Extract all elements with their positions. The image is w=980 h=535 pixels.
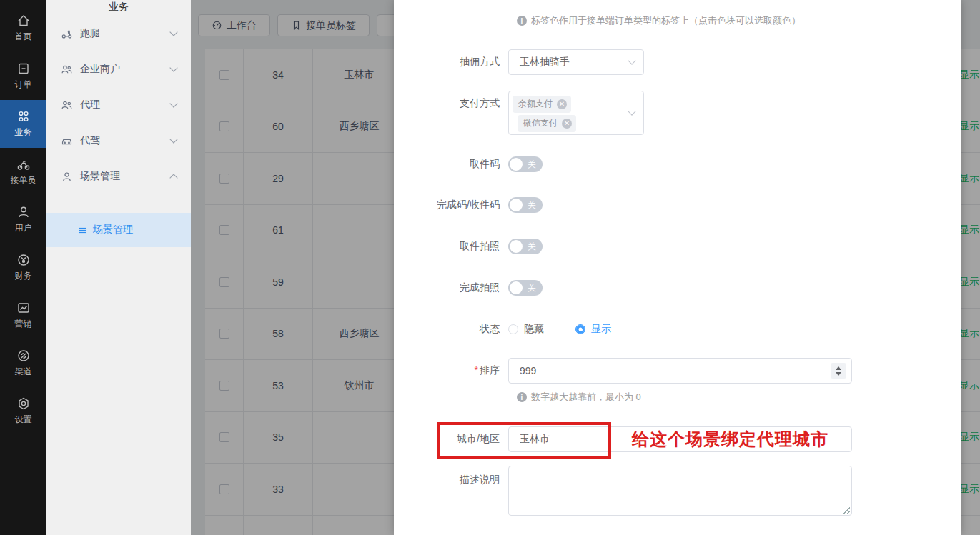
chevron-down-icon	[169, 64, 177, 71]
menu-item-merchants[interactable]: 企业商户	[46, 51, 191, 87]
grid-icon	[16, 109, 31, 124]
menu-item-scene-management[interactable]: 场景管理	[46, 159, 191, 194]
people-icon	[61, 99, 73, 111]
sidebar-item-settings[interactable]: 设置	[0, 387, 46, 435]
sidebar-item-label: 首页	[15, 31, 32, 43]
payment-multiselect[interactable]: 余额支付 ✕ 微信支付 ✕	[508, 91, 644, 135]
field-status: 状态 隐藏 显示	[394, 323, 643, 336]
user-icon	[16, 205, 31, 219]
chevron-down-icon	[169, 135, 177, 143]
scooter-icon	[61, 28, 73, 40]
number-stepper[interactable]	[831, 363, 846, 379]
required-asterisk: *	[475, 364, 478, 376]
radio-label: 显示	[591, 323, 611, 336]
sort-hint: i 数字越大越靠前，最小为 0	[517, 391, 641, 404]
pickup-code-toggle[interactable]: 关	[508, 156, 543, 172]
sidebar-item-label: 设置	[15, 414, 32, 426]
radio-icon	[508, 324, 518, 334]
channel-icon	[16, 349, 31, 363]
radio-label: 隐藏	[524, 323, 544, 336]
field-label: 完成拍照	[394, 281, 508, 294]
info-icon: i	[517, 16, 527, 26]
resize-handle-icon[interactable]	[841, 505, 850, 514]
field-payment: 支付方式 余额支付 ✕ 微信支付 ✕	[394, 91, 644, 135]
menu-item-errand[interactable]: 跑腿	[46, 16, 191, 51]
menu-item-driving[interactable]: 代驾	[46, 123, 191, 159]
sidebar-item-label: 财务	[15, 270, 32, 282]
sidebar-item-label: 订单	[15, 79, 32, 91]
rider-icon	[16, 157, 31, 171]
sort-input[interactable]	[508, 358, 852, 384]
app-root: 首页 订单 业务 接单员 用户 财务 营销 渠道	[0, 0, 980, 535]
order-icon	[16, 61, 31, 76]
field-label: 抽佣方式	[394, 56, 508, 69]
submenu-item-scene-management[interactable]: 场景管理	[46, 213, 191, 247]
sidebar-item-users[interactable]: 用户	[0, 196, 46, 244]
tag-close-icon[interactable]: ✕	[562, 119, 572, 129]
chevron-down-icon	[169, 99, 177, 107]
tag-close-icon[interactable]: ✕	[557, 99, 567, 109]
field-label: 取件码	[394, 158, 508, 171]
field-pickup-photo: 取件拍照 关	[394, 239, 543, 254]
sidebar-item-home[interactable]: 首页	[0, 4, 46, 52]
step-down-icon[interactable]	[836, 372, 841, 376]
field-commission: 抽佣方式 玉林抽骑手	[394, 49, 644, 75]
toggle-state-label: 关	[528, 282, 536, 294]
menu-item-label: 代驾	[80, 134, 100, 147]
sidebar-item-finance[interactable]: 财务	[0, 244, 46, 291]
city-input[interactable]	[508, 426, 852, 452]
field-label: 城市/地区	[394, 433, 508, 446]
list-icon	[77, 225, 88, 236]
toggle-knob	[510, 158, 523, 171]
sidebar-item-orders[interactable]: 订单	[0, 52, 46, 100]
sidebar-item-label: 渠道	[15, 366, 32, 378]
hint-text: 标签色作用于接单端订单类型的标签上（点击色块可以选取颜色）	[531, 14, 801, 27]
toggle-state-label: 关	[528, 159, 536, 170]
toggle-state-label: 关	[528, 199, 536, 211]
radio-icon	[575, 324, 585, 334]
sidebar-item-marketing[interactable]: 营销	[0, 291, 46, 339]
toggle-knob	[510, 281, 523, 294]
sidebar-item-couriers[interactable]: 接单员	[0, 148, 46, 196]
field-city: 城市/地区	[394, 426, 852, 452]
menu-item-label: 代理	[80, 99, 100, 111]
pickup-photo-toggle[interactable]: 关	[508, 239, 543, 254]
selected-value: 玉林抽骑手	[520, 56, 570, 69]
submenu-item-label: 场景管理	[93, 224, 133, 236]
sidebar-item-business[interactable]: 业务	[0, 100, 46, 148]
sidebar-item-channels[interactable]: 渠道	[0, 339, 46, 387]
radio-hide[interactable]: 隐藏	[508, 323, 544, 336]
home-icon	[16, 14, 31, 28]
field-label: 状态	[394, 323, 508, 336]
field-sort: *排序	[394, 358, 852, 384]
chevron-down-icon	[628, 107, 635, 115]
marketing-icon	[16, 301, 31, 315]
complete-code-toggle[interactable]: 关	[508, 197, 543, 213]
description-textarea[interactable]	[508, 466, 852, 516]
finance-icon	[16, 253, 31, 267]
field-description: 描述说明	[394, 466, 852, 516]
commission-select[interactable]: 玉林抽骑手	[508, 49, 644, 75]
field-pickup-code: 取件码 关	[394, 156, 543, 172]
menu-item-label: 企业商户	[80, 63, 120, 76]
chevron-up-icon	[169, 174, 177, 181]
menu-item-agents[interactable]: 代理	[46, 87, 191, 123]
chevron-down-icon	[169, 28, 177, 36]
toggle-knob	[510, 199, 523, 211]
toggle-state-label: 关	[528, 241, 536, 252]
step-up-icon[interactable]	[836, 366, 841, 370]
field-label: 描述说明	[394, 466, 508, 486]
payment-tag: 微信支付 ✕	[518, 115, 576, 132]
field-label: *排序	[394, 364, 508, 377]
tag-label: 微信支付	[523, 117, 558, 129]
radio-show[interactable]: 显示	[575, 323, 611, 336]
toggle-knob	[510, 240, 523, 253]
field-complete-code: 完成码/收件码 关	[394, 197, 543, 213]
tag-label: 余额支付	[518, 98, 553, 110]
complete-photo-toggle[interactable]: 关	[508, 280, 543, 296]
sidebar-item-label: 业务	[15, 126, 32, 139]
menu-title: 业务	[46, 0, 191, 16]
scene-edit-dialog: i 标签色作用于接单端订单类型的标签上（点击色块可以选取颜色） 抽佣方式 玉林抽…	[394, 0, 961, 535]
sidebar-item-label: 营销	[15, 318, 32, 330]
sidebar-item-label: 用户	[15, 222, 32, 234]
